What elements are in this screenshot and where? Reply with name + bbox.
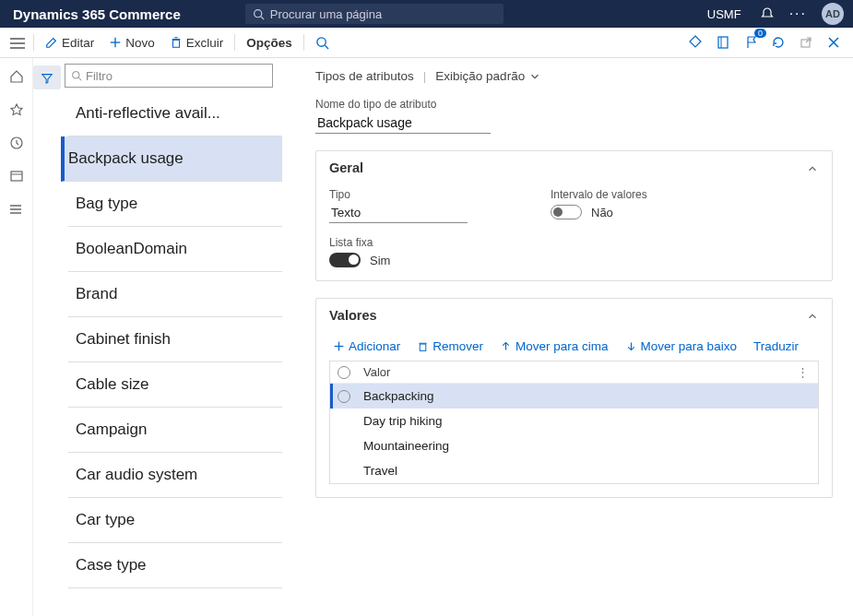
list-filter-input[interactable]: Filtro: [65, 64, 273, 88]
name-field[interactable]: Backpack usage: [315, 113, 491, 134]
move-up-button[interactable]: Mover para cima: [500, 339, 609, 353]
svg-point-27: [73, 72, 80, 79]
search-icon: [253, 8, 265, 20]
remove-button[interactable]: Remover: [417, 339, 483, 353]
attach-icon[interactable]: [681, 31, 709, 53]
breadcrumb: Tipos de atributos: [315, 69, 414, 83]
range-value: Não: [591, 206, 613, 219]
refresh-icon[interactable]: [764, 31, 792, 53]
list-item[interactable]: Cable size: [68, 362, 282, 408]
legal-entity-selector[interactable]: USMF: [707, 7, 741, 21]
name-label: Nome do tipo de atributo: [315, 98, 833, 111]
type-field[interactable]: Texto: [329, 203, 468, 223]
list-item[interactable]: Brand: [68, 272, 282, 317]
office-icon[interactable]: [709, 31, 737, 53]
edit-button[interactable]: Editar: [38, 32, 101, 53]
search-icon: [71, 70, 82, 81]
app-brand: Dynamics 365 Commerce: [9, 6, 181, 22]
search-placeholder: Procurar uma página: [270, 7, 382, 21]
user-avatar[interactable]: AD: [822, 3, 844, 25]
view-selector[interactable]: Exibição padrão: [435, 69, 541, 83]
svg-rect-31: [421, 344, 427, 350]
left-rail: [0, 58, 33, 616]
delete-button[interactable]: Excluir: [162, 32, 231, 53]
value-row[interactable]: Mountaineering: [330, 433, 818, 458]
svg-line-28: [78, 77, 81, 80]
badge-icon[interactable]: 0: [737, 31, 764, 53]
filter-placeholder: Filtro: [86, 69, 113, 83]
badge-count: 0: [754, 29, 766, 38]
add-button[interactable]: Adicionar: [333, 339, 400, 353]
svg-line-1: [261, 16, 264, 18]
value-cell: Mountaineering: [363, 439, 449, 453]
filter-toggle-icon[interactable]: [33, 65, 61, 89]
list-item[interactable]: Campaign: [68, 408, 282, 453]
svg-rect-7: [172, 40, 179, 47]
more-icon[interactable]: ⋮: [797, 365, 811, 379]
move-down-button[interactable]: Mover para baixo: [625, 339, 737, 353]
global-search-box[interactable]: Procurar uma página: [245, 4, 504, 24]
fixed-list-value: Sim: [370, 254, 390, 267]
new-button[interactable]: Novo: [101, 32, 162, 53]
modules-icon[interactable]: [9, 200, 24, 217]
popout-icon[interactable]: [792, 31, 820, 53]
more-icon[interactable]: ···: [789, 6, 807, 22]
edit-icon: [45, 36, 58, 49]
select-all-radio[interactable]: [338, 366, 350, 379]
svg-rect-19: [11, 172, 22, 181]
section-general-header[interactable]: Geral: [316, 151, 832, 184]
list-item[interactable]: Anti-reflective avail...: [68, 91, 282, 136]
list-item[interactable]: Case type: [68, 543, 282, 588]
options-menu[interactable]: Opções: [239, 32, 300, 53]
values-grid-header: Valor ⋮: [330, 361, 818, 384]
top-navigation-bar: Dynamics 365 Commerce Procurar uma págin…: [0, 0, 853, 28]
fixed-list-label: Lista fixa: [329, 236, 495, 249]
list-item[interactable]: BooleanDomain: [68, 227, 282, 272]
svg-point-24: [10, 205, 12, 207]
value-cell: Travel: [363, 464, 397, 478]
section-values: Valores Adicionar Remover Mover para cim…: [315, 298, 833, 498]
list-item[interactable]: Car audio system: [68, 453, 282, 498]
value-cell: Day trip hiking: [363, 414, 443, 428]
close-icon[interactable]: [820, 31, 847, 53]
list-item[interactable]: Backpack usage: [61, 136, 282, 182]
translate-button[interactable]: Traduzir: [753, 339, 799, 353]
plus-icon: [109, 36, 122, 49]
recent-icon[interactable]: [9, 134, 24, 150]
notifications-icon[interactable]: [760, 6, 775, 21]
trash-icon: [417, 340, 429, 352]
chevron-up-icon: [806, 160, 819, 175]
search-icon: [315, 36, 329, 50]
chevron-up-icon: [806, 308, 819, 323]
home-icon[interactable]: [9, 67, 24, 84]
section-general: Geral Tipo Texto Lista fixa Sim Interval…: [315, 150, 833, 281]
command-bar: Editar Novo Excluir Opções 0: [0, 28, 853, 58]
workspaces-icon[interactable]: [9, 167, 24, 184]
value-row[interactable]: Travel: [330, 458, 818, 483]
svg-point-10: [317, 37, 326, 45]
detail-panel: Tipos de atributos | Exibição padrão Nom…: [295, 58, 853, 616]
range-label: Intervalo de valores: [551, 188, 717, 201]
range-toggle[interactable]: [551, 205, 582, 219]
type-label: Tipo: [329, 188, 495, 201]
arrow-up-icon: [500, 340, 512, 352]
favorites-icon[interactable]: [9, 101, 24, 117]
svg-rect-15: [801, 40, 810, 47]
plus-icon: [333, 340, 345, 352]
svg-point-0: [254, 9, 261, 17]
column-header-value[interactable]: Valor: [363, 365, 390, 379]
value-row[interactable]: Day trip hiking: [330, 409, 818, 433]
find-button[interactable]: [308, 32, 340, 53]
fixed-list-toggle[interactable]: [329, 253, 361, 267]
chevron-down-icon: [528, 70, 541, 83]
section-values-header[interactable]: Valores: [316, 299, 832, 332]
nav-hamburger-icon[interactable]: [6, 34, 30, 51]
value-row[interactable]: Backpacking: [330, 384, 818, 409]
list-item[interactable]: Bag type: [68, 182, 282, 227]
row-radio[interactable]: [338, 390, 350, 403]
svg-line-11: [325, 45, 328, 49]
list-panel: Filtro Anti-reflective avail...Backpack …: [33, 58, 295, 616]
list-item[interactable]: Cabinet finish: [68, 317, 282, 362]
list-item[interactable]: Car type: [68, 498, 282, 543]
value-cell: Backpacking: [363, 389, 434, 403]
